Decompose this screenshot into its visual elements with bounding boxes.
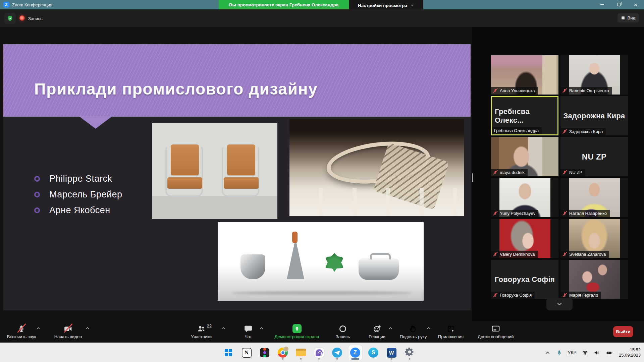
taskbar-app-skype[interactable]: S bbox=[367, 345, 380, 360]
record-button[interactable]: Запись bbox=[328, 321, 358, 343]
taskbar-apps: N Z S W bbox=[222, 345, 416, 360]
clock-time: 15:52 bbox=[619, 347, 641, 353]
minimize-button[interactable] bbox=[594, 0, 610, 9]
share-screen-button[interactable]: Демонстрация экрана bbox=[267, 321, 327, 343]
taskbar-app-zoom[interactable]: Z bbox=[348, 345, 362, 360]
participant-tile[interactable]: maya dudnik bbox=[491, 137, 558, 176]
zoom-icon: Z bbox=[350, 348, 360, 358]
close-button[interactable]: × bbox=[627, 0, 644, 9]
participant-tile[interactable]: Анна Ульяницька bbox=[491, 55, 558, 95]
participants-options-chevron[interactable] bbox=[221, 326, 226, 330]
participant-name: maya dudnik bbox=[500, 170, 525, 175]
apps-button[interactable]: Приложения bbox=[433, 321, 469, 343]
slide-image-staircase bbox=[289, 119, 464, 216]
mic-muted-icon bbox=[493, 170, 498, 175]
taskbar-app-chrome[interactable] bbox=[276, 345, 289, 360]
participant-tile[interactable]: NU ZP NU ZP bbox=[560, 137, 628, 176]
video-options-chevron[interactable] bbox=[85, 326, 90, 330]
more-participants-button[interactable] bbox=[546, 298, 573, 310]
recording-indicator-icon bbox=[19, 15, 25, 21]
participant-name: Yuriy Polyezhayev bbox=[500, 211, 535, 216]
participant-name: Валерія Остріченко bbox=[569, 88, 609, 93]
participant-tile-active-speaker[interactable]: Гребнєва Олекс... Гребнєва Олександра bbox=[491, 96, 558, 135]
participants-grid: Анна Ульяницька Валерія Остріченко Гребн… bbox=[491, 55, 628, 299]
mic-muted-icon bbox=[562, 293, 567, 298]
bullet-icon bbox=[34, 176, 40, 182]
participant-name: Говоруха Софія bbox=[500, 293, 532, 298]
list-item: Philippe Starck bbox=[34, 174, 122, 184]
close-icon: × bbox=[634, 2, 637, 8]
participants-button[interactable]: 22 Участники bbox=[183, 321, 219, 343]
taskbar-clock[interactable]: 15:52 25.09.2023 bbox=[619, 347, 641, 358]
taskbar-app-viber[interactable] bbox=[312, 345, 326, 360]
slide-title: Приклади промислового дизайну bbox=[34, 80, 318, 98]
participant-tile[interactable]: Svetlana Zaharova bbox=[560, 219, 628, 258]
participant-nameplate: Задорожна Кира bbox=[560, 128, 606, 135]
taskbar-app-word[interactable]: W bbox=[385, 345, 398, 360]
view-button-label: Вид bbox=[627, 15, 635, 20]
audio-options-chevron[interactable] bbox=[36, 326, 41, 330]
chat-options-chevron[interactable] bbox=[259, 326, 264, 330]
participant-tile[interactable]: Марія Гергало bbox=[560, 260, 628, 299]
list-item: Марсель Брейер bbox=[34, 189, 122, 200]
title-bar: Z Zoom Конференция Вы просматриваете экр… bbox=[0, 0, 644, 9]
pot-shape bbox=[359, 258, 399, 280]
taskbar-app-settings[interactable] bbox=[403, 345, 416, 360]
reactions-button[interactable]: Реакции bbox=[362, 321, 392, 343]
tray-mic-icon[interactable] bbox=[556, 350, 562, 356]
leave-meeting-button[interactable]: Выйти bbox=[613, 326, 633, 337]
panel-resize-handle[interactable] bbox=[472, 173, 473, 182]
language-indicator[interactable]: УКР bbox=[568, 350, 577, 355]
zoom-app-icon: Z bbox=[3, 2, 9, 8]
participant-name: Задорожна Кира bbox=[569, 129, 603, 134]
start-video-button[interactable]: Начать видео bbox=[49, 321, 87, 343]
recording-label: Запись bbox=[28, 16, 43, 21]
taskbar-app-figma[interactable] bbox=[258, 345, 271, 360]
chat-label: Чат bbox=[245, 334, 252, 339]
chrome-icon bbox=[278, 348, 288, 358]
meeting-info-bar: Запись Вид bbox=[0, 9, 644, 27]
participant-tile[interactable]: Valery Demikhova bbox=[491, 219, 558, 258]
zoom-meeting-window: Z Zoom Конференция Вы просматриваете экр… bbox=[0, 0, 644, 362]
bullet-icon bbox=[34, 207, 40, 213]
taskbar-app-notion[interactable]: N bbox=[240, 345, 253, 360]
start-button[interactable] bbox=[222, 345, 235, 360]
participant-nameplate: Valery Demikhova bbox=[491, 251, 538, 258]
whiteboards-button[interactable]: Доски сообщений bbox=[471, 321, 521, 343]
apps-label: Приложения bbox=[438, 334, 464, 339]
participant-tile[interactable]: Yuriy Polyezhayev bbox=[491, 178, 558, 217]
participant-tile[interactable]: Говоруха Софія Говоруха Софія bbox=[491, 260, 558, 299]
chat-button[interactable]: Чат bbox=[234, 321, 262, 343]
raise-hand-options-chevron[interactable] bbox=[426, 326, 431, 330]
kettle-shape bbox=[240, 254, 265, 279]
bullet-text: Philippe Starck bbox=[49, 174, 112, 184]
participant-tile[interactable]: Валерія Остріченко bbox=[560, 55, 628, 95]
whiteboards-label: Доски сообщений bbox=[478, 334, 514, 339]
tray-overflow-chevron[interactable] bbox=[544, 350, 551, 356]
file-explorer-icon bbox=[296, 349, 306, 357]
reactions-label: Реакции bbox=[369, 334, 385, 339]
wifi-icon[interactable] bbox=[582, 350, 588, 356]
viber-icon bbox=[314, 348, 324, 358]
reactions-options-chevron[interactable] bbox=[388, 326, 393, 330]
participant-nameplate: Валерія Остріченко bbox=[560, 87, 612, 95]
participants-label: Участники bbox=[191, 334, 212, 339]
participant-tile[interactable]: Задорожна Кира Задорожна Кира bbox=[560, 96, 628, 135]
list-item: Арне Якобсен bbox=[34, 205, 122, 216]
security-shield-button[interactable] bbox=[4, 13, 16, 24]
raise-hand-button[interactable]: Поднять руку bbox=[394, 321, 432, 343]
view-settings-label: Настройки просмотра bbox=[358, 3, 407, 8]
mic-muted-icon bbox=[493, 88, 498, 93]
taskbar-app-file-explorer[interactable] bbox=[294, 345, 308, 360]
participant-tile[interactable]: Наталя Назаренко bbox=[560, 178, 628, 217]
unmute-button[interactable]: Включить звук bbox=[3, 321, 40, 343]
view-button[interactable]: Вид bbox=[618, 13, 639, 22]
speaker-icon[interactable] bbox=[594, 350, 600, 356]
battery-charging-icon[interactable] bbox=[605, 350, 613, 356]
screen-sharing-banner: Вы просматриваете экран Гребнєва Олексан… bbox=[219, 0, 349, 9]
participant-big-name: Говоруха Софія bbox=[495, 275, 555, 284]
participant-nameplate: Наталя Назаренко bbox=[560, 210, 610, 217]
restore-button[interactable] bbox=[610, 0, 627, 9]
taskbar-app-telegram[interactable] bbox=[330, 345, 344, 360]
word-icon: W bbox=[387, 348, 396, 358]
